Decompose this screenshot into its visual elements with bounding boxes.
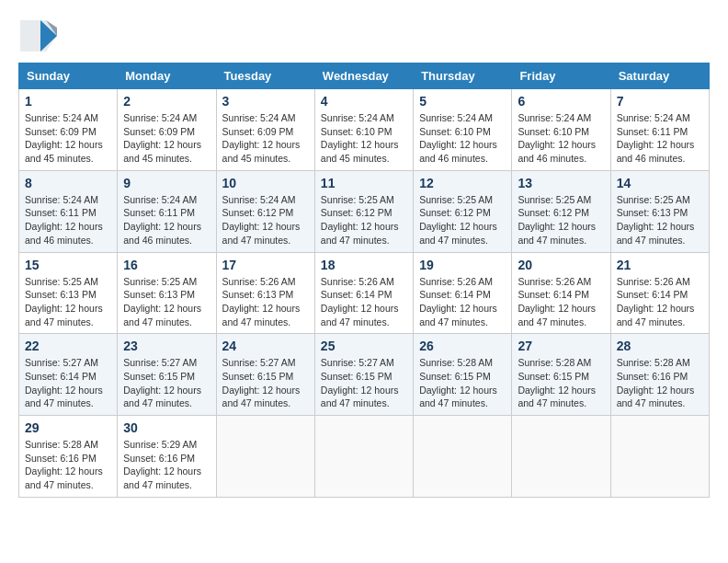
day-number: 16 — [123, 258, 210, 272]
day-info: Sunrise: 5:24 AMSunset: 6:11 PMDaylight:… — [123, 194, 201, 246]
day-number: 27 — [518, 339, 604, 353]
day-number: 17 — [222, 258, 309, 272]
day-info: Sunrise: 5:25 AMSunset: 6:13 PMDaylight:… — [617, 194, 695, 246]
calendar-cell: 28 Sunrise: 5:28 AMSunset: 6:16 PMDaylig… — [610, 334, 709, 416]
day-info: Sunrise: 5:24 AMSunset: 6:09 PMDaylight:… — [25, 112, 103, 164]
calendar-week-row: 15 Sunrise: 5:25 AMSunset: 6:13 PMDaylig… — [19, 252, 710, 334]
logo-icon — [18, 18, 57, 53]
day-info: Sunrise: 5:28 AMSunset: 6:16 PMDaylight:… — [617, 357, 695, 408]
calendar-week-row: 8 Sunrise: 5:24 AMSunset: 6:11 PMDayligh… — [19, 170, 710, 252]
day-info: Sunrise: 5:24 AMSunset: 6:11 PMDaylight:… — [25, 194, 103, 246]
calendar-cell: 3 Sunrise: 5:24 AMSunset: 6:09 PMDayligh… — [216, 89, 314, 171]
page-header — [18, 18, 710, 53]
calendar-cell: 21 Sunrise: 5:26 AMSunset: 6:14 PMDaylig… — [610, 252, 709, 334]
day-info: Sunrise: 5:25 AMSunset: 6:13 PMDaylight:… — [123, 276, 201, 327]
calendar-week-row: 1 Sunrise: 5:24 AMSunset: 6:09 PMDayligh… — [19, 89, 710, 171]
day-number: 7 — [617, 94, 703, 109]
weekday-header-wednesday: Wednesday — [314, 63, 413, 89]
day-info: Sunrise: 5:27 AMSunset: 6:15 PMDaylight:… — [123, 357, 201, 408]
day-info: Sunrise: 5:25 AMSunset: 6:13 PMDaylight:… — [25, 276, 103, 327]
calendar-cell — [512, 416, 610, 498]
day-number: 4 — [321, 94, 407, 109]
day-info: Sunrise: 5:27 AMSunset: 6:15 PMDaylight:… — [222, 357, 301, 408]
calendar-cell: 17 Sunrise: 5:26 AMSunset: 6:13 PMDaylig… — [216, 252, 314, 334]
calendar-cell: 22 Sunrise: 5:27 AMSunset: 6:14 PMDaylig… — [19, 334, 118, 416]
day-number: 21 — [617, 258, 703, 272]
weekday-header-thursday: Thursday — [414, 63, 512, 89]
day-info: Sunrise: 5:24 AMSunset: 6:09 PMDaylight:… — [123, 112, 201, 164]
day-number: 23 — [123, 339, 210, 353]
calendar-cell: 20 Sunrise: 5:26 AMSunset: 6:14 PMDaylig… — [512, 252, 610, 334]
day-number: 14 — [617, 176, 703, 190]
day-number: 28 — [617, 339, 703, 353]
day-info: Sunrise: 5:26 AMSunset: 6:14 PMDaylight:… — [617, 276, 695, 327]
calendar-cell: 25 Sunrise: 5:27 AMSunset: 6:15 PMDaylig… — [314, 334, 413, 416]
day-info: Sunrise: 5:25 AMSunset: 6:12 PMDaylight:… — [518, 194, 596, 246]
day-number: 20 — [518, 258, 604, 272]
day-number: 13 — [518, 176, 604, 190]
day-info: Sunrise: 5:24 AMSunset: 6:10 PMDaylight:… — [419, 112, 497, 164]
calendar-table: SundayMondayTuesdayWednesdayThursdayFrid… — [18, 63, 710, 498]
day-number: 22 — [25, 339, 111, 353]
calendar-cell: 6 Sunrise: 5:24 AMSunset: 6:10 PMDayligh… — [512, 89, 610, 171]
day-number: 5 — [419, 94, 506, 109]
weekday-header-sunday: Sunday — [19, 63, 118, 89]
day-info: Sunrise: 5:26 AMSunset: 6:14 PMDaylight:… — [321, 276, 399, 327]
calendar-cell: 9 Sunrise: 5:24 AMSunset: 6:11 PMDayligh… — [118, 170, 216, 252]
calendar-cell — [314, 416, 413, 498]
calendar-week-row: 29 Sunrise: 5:28 AMSunset: 6:16 PMDaylig… — [19, 416, 710, 498]
day-info: Sunrise: 5:25 AMSunset: 6:12 PMDaylight:… — [321, 194, 399, 246]
day-info: Sunrise: 5:27 AMSunset: 6:14 PMDaylight:… — [25, 357, 103, 408]
day-info: Sunrise: 5:24 AMSunset: 6:10 PMDaylight:… — [321, 112, 399, 164]
day-number: 6 — [518, 94, 604, 109]
day-info: Sunrise: 5:28 AMSunset: 6:15 PMDaylight:… — [518, 357, 596, 408]
calendar-cell: 26 Sunrise: 5:28 AMSunset: 6:15 PMDaylig… — [414, 334, 512, 416]
day-info: Sunrise: 5:24 AMSunset: 6:09 PMDaylight:… — [222, 112, 301, 164]
day-number: 15 — [25, 258, 111, 272]
day-info: Sunrise: 5:28 AMSunset: 6:16 PMDaylight:… — [25, 439, 103, 490]
day-number: 1 — [25, 94, 111, 109]
day-info: Sunrise: 5:24 AMSunset: 6:10 PMDaylight:… — [518, 112, 596, 164]
day-number: 18 — [321, 258, 407, 272]
day-number: 30 — [123, 420, 210, 435]
calendar-cell: 18 Sunrise: 5:26 AMSunset: 6:14 PMDaylig… — [314, 252, 413, 334]
weekday-header-row: SundayMondayTuesdayWednesdayThursdayFrid… — [19, 63, 710, 89]
calendar-cell — [216, 416, 314, 498]
calendar-cell: 5 Sunrise: 5:24 AMSunset: 6:10 PMDayligh… — [414, 89, 512, 171]
day-number: 9 — [123, 176, 210, 190]
calendar-cell: 2 Sunrise: 5:24 AMSunset: 6:09 PMDayligh… — [118, 89, 216, 171]
weekday-header-saturday: Saturday — [610, 63, 709, 89]
calendar-cell: 1 Sunrise: 5:24 AMSunset: 6:09 PMDayligh… — [19, 89, 118, 171]
day-number: 24 — [222, 339, 309, 353]
calendar-cell: 29 Sunrise: 5:28 AMSunset: 6:16 PMDaylig… — [19, 416, 118, 498]
logo — [18, 18, 64, 53]
weekday-header-friday: Friday — [512, 63, 610, 89]
day-number: 26 — [419, 339, 506, 353]
calendar-cell: 8 Sunrise: 5:24 AMSunset: 6:11 PMDayligh… — [19, 170, 118, 252]
day-info: Sunrise: 5:27 AMSunset: 6:15 PMDaylight:… — [321, 357, 399, 408]
day-number: 10 — [222, 176, 309, 190]
calendar-cell: 13 Sunrise: 5:25 AMSunset: 6:12 PMDaylig… — [512, 170, 610, 252]
weekday-header-monday: Monday — [118, 63, 216, 89]
calendar-cell — [414, 416, 512, 498]
calendar-cell — [610, 416, 709, 498]
day-info: Sunrise: 5:25 AMSunset: 6:12 PMDaylight:… — [419, 194, 497, 246]
day-info: Sunrise: 5:29 AMSunset: 6:16 PMDaylight:… — [123, 439, 201, 490]
calendar-cell: 30 Sunrise: 5:29 AMSunset: 6:16 PMDaylig… — [118, 416, 216, 498]
day-number: 19 — [419, 258, 506, 272]
calendar-cell: 27 Sunrise: 5:28 AMSunset: 6:15 PMDaylig… — [512, 334, 610, 416]
calendar-week-row: 22 Sunrise: 5:27 AMSunset: 6:14 PMDaylig… — [19, 334, 710, 416]
calendar-cell: 19 Sunrise: 5:26 AMSunset: 6:14 PMDaylig… — [414, 252, 512, 334]
calendar-cell: 16 Sunrise: 5:25 AMSunset: 6:13 PMDaylig… — [118, 252, 216, 334]
calendar-cell: 10 Sunrise: 5:24 AMSunset: 6:12 PMDaylig… — [216, 170, 314, 252]
day-number: 8 — [25, 176, 111, 190]
calendar-cell: 15 Sunrise: 5:25 AMSunset: 6:13 PMDaylig… — [19, 252, 118, 334]
day-info: Sunrise: 5:26 AMSunset: 6:14 PMDaylight:… — [518, 276, 596, 327]
day-number: 29 — [25, 420, 111, 435]
calendar-cell: 7 Sunrise: 5:24 AMSunset: 6:11 PMDayligh… — [610, 89, 709, 171]
day-number: 11 — [321, 176, 407, 190]
day-number: 12 — [419, 176, 506, 190]
day-number: 2 — [123, 94, 210, 109]
day-number: 25 — [321, 339, 407, 353]
calendar-cell: 11 Sunrise: 5:25 AMSunset: 6:12 PMDaylig… — [314, 170, 413, 252]
